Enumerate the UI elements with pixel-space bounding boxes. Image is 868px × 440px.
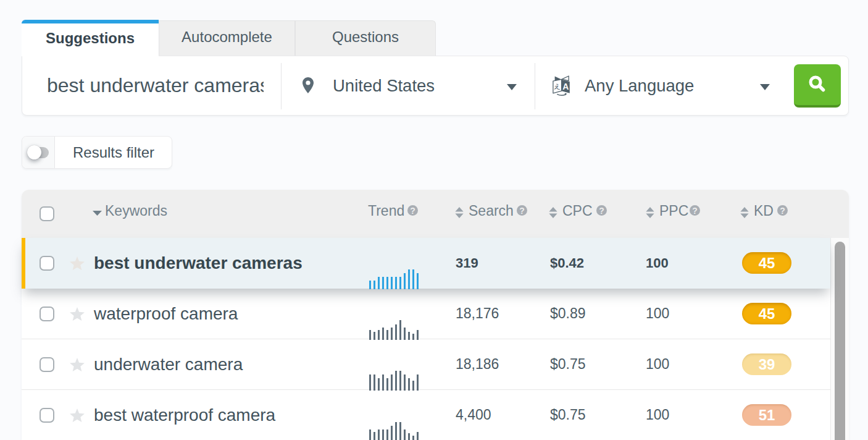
svg-text:A: A [562, 82, 569, 91]
svg-text:え: え [554, 83, 561, 90]
